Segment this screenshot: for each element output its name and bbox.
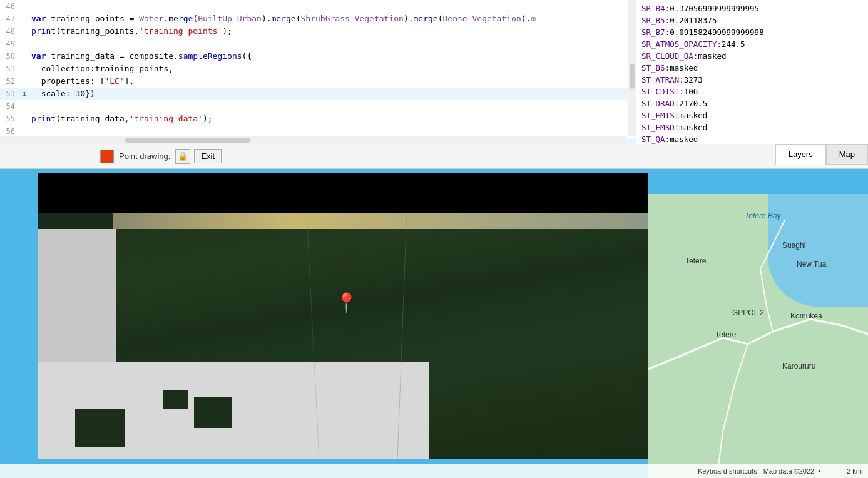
place-tetere: Tetere <box>685 257 706 265</box>
exit-button[interactable]: Exit <box>194 149 222 163</box>
place-komukea: Komukea <box>790 312 822 320</box>
sat-dark-patch1 <box>75 409 125 447</box>
sat-coast <box>113 213 648 229</box>
horizontal-scrollbar-thumb[interactable] <box>125 138 250 143</box>
sat-black-corner <box>491 173 648 213</box>
info-st-atran: ST_ATRAN: 3273 <box>641 74 863 86</box>
scale-text: 2 km <box>847 467 862 475</box>
keyboard-shortcuts-link[interactable]: Keyboard shortcuts <box>698 467 757 475</box>
code-lines: 46 47 var training_points = Water.merge(… <box>0 0 636 144</box>
color-swatch[interactable] <box>100 150 114 163</box>
satellite-image: 📍 <box>38 173 648 459</box>
code-line-49: 49 <box>0 38 636 50</box>
tab-layers[interactable]: Layers <box>775 144 826 165</box>
sat-dark-patch2 <box>163 390 188 409</box>
place-tetere-bay: Tetere Bay <box>745 211 781 220</box>
place-tetere2: Tetere <box>715 330 736 339</box>
info-st-emis: ST_EMIS: masked <box>641 109 863 121</box>
info-sr-b7: SR_B7: 0.091582499999999998 <box>641 26 863 38</box>
scale-line <box>819 470 844 472</box>
code-line-56: 56 <box>0 125 636 138</box>
info-st-cdist: ST_CDIST: 106 <box>641 86 863 98</box>
place-suaghi: Suaghi <box>782 241 805 250</box>
code-editor: 46 47 var training_points = Water.merge(… <box>0 0 636 144</box>
place-gppol2: GPPOL 2 <box>732 308 764 317</box>
point-drawing-label: Point drawing. <box>119 151 170 161</box>
lock-button[interactable]: 🔒 <box>175 149 190 164</box>
tab-map[interactable]: Map <box>826 144 868 165</box>
map-bottom-bar: Keyboard shortcuts Map data ©2022 2 km <box>0 464 868 478</box>
info-sr-b4: SR_B4: 0.37056999999999995 <box>641 3 863 14</box>
code-line-48: 48 print(training_points,'training point… <box>0 25 636 38</box>
place-new-tua: New Tua <box>797 260 826 268</box>
code-line-46: 46 <box>0 0 636 13</box>
info-st-emsd: ST_EMSD: masked <box>641 121 863 133</box>
code-line-50: 50 var training_data = composite.sampleR… <box>0 50 636 63</box>
scale-bar: 2 km <box>819 467 862 475</box>
horizontal-scrollbar[interactable] <box>0 136 626 144</box>
code-line-54: 54 <box>0 100 636 113</box>
place-karoururu: Karoururu <box>782 362 815 370</box>
map-data-credit: Map data ©2022 <box>763 467 815 475</box>
info-sr-cloud-qa: SR_CLOUD_QA: masked <box>641 50 863 62</box>
vertical-scrollbar-thumb[interactable] <box>630 64 635 89</box>
info-st-b6: ST_B6: masked <box>641 62 863 74</box>
code-line-51: 51 collection:training_points, <box>0 63 636 75</box>
info-st-drad: ST_DRAD: 2170.5 <box>641 98 863 109</box>
info-sr-atmos-opacity: SR_ATMOS_OPACITY: 244.5 <box>641 38 863 50</box>
code-line-47: 47 var training_points = Water.merge(Bui… <box>0 13 636 25</box>
map-right: Tetere Tetere Bay Suaghi New Tua GPPOL 2… <box>648 194 868 478</box>
code-line-53: 53 i scale: 30}) <box>0 88 636 100</box>
code-line-52: 52 properties: ['LC'], <box>0 75 636 88</box>
info-sr-b5: SR_B5: 0.20118375 <box>641 14 863 26</box>
roads-svg <box>648 194 868 478</box>
info-st-qa: ST_QA: masked <box>641 133 863 144</box>
sat-vline1 <box>407 173 407 459</box>
top-section: 46 47 var training_points = Water.merge(… <box>0 0 868 144</box>
map-area[interactable]: 📍 Tetere Tetere Bay Suagh <box>0 169 868 478</box>
map-toolbar: Point drawing. 🔒 Exit <box>0 144 868 169</box>
sat-dark-patch3 <box>194 397 232 428</box>
code-line-55: 55 print(training_data,'training data'); <box>0 113 636 125</box>
map-tabs: Layers Map <box>775 144 868 165</box>
map-pin: 📍 <box>335 292 358 313</box>
info-panel: SR_B4: 0.37056999999999995 SR_B5: 0.2011… <box>636 0 868 144</box>
map-section: Point drawing. 🔒 Exit Layers Map <box>0 144 868 478</box>
vertical-scrollbar[interactable] <box>628 0 636 136</box>
